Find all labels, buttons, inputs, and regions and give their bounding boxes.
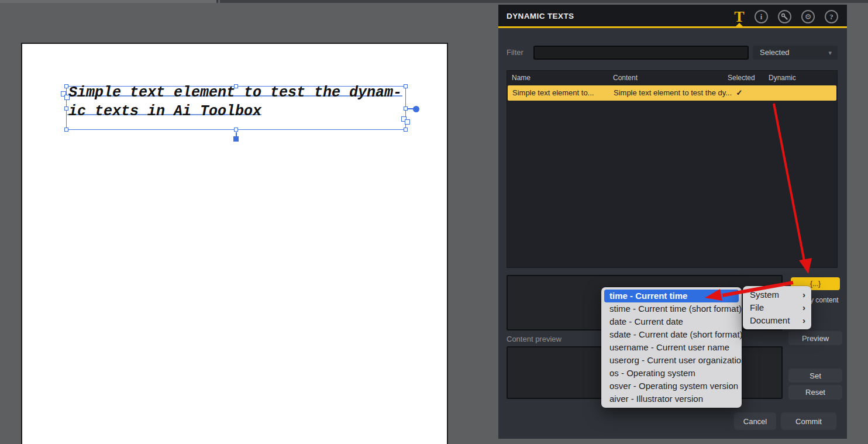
- menu-item-time[interactable]: time - Current time: [604, 290, 739, 302]
- menu-item-sdate[interactable]: sdate - Current date (short format): [601, 328, 742, 341]
- selection-handle-mid-right[interactable]: [404, 106, 408, 111]
- help-icon[interactable]: ?: [825, 10, 838, 23]
- application-window: Simple text element to test the dynam-ic…: [0, 0, 868, 444]
- chevron-right-icon: ›: [802, 288, 805, 301]
- token-menu: time - Current time stime - Current time…: [601, 287, 742, 408]
- chevron-right-icon: ›: [802, 301, 805, 314]
- row-name-cell: Simple text element to...: [512, 85, 594, 101]
- menu-item-os[interactable]: os - Operating system: [601, 367, 742, 380]
- filter-input[interactable]: [533, 46, 749, 60]
- document-tab-strip-left: [0, 0, 218, 3]
- token-category-menu: System › File › Document ›: [743, 286, 811, 329]
- menu-item-document-label: Document: [750, 314, 790, 327]
- text-outport-icon-inner[interactable]: [405, 119, 410, 125]
- bottom-anchor-node[interactable]: [233, 136, 239, 142]
- partially-hidden-content-label: y content: [810, 296, 839, 304]
- info-icon[interactable]: i: [755, 10, 768, 23]
- selection-handle-bottom-right[interactable]: [404, 128, 408, 132]
- filter-label: Filter: [507, 46, 523, 60]
- wrench-icon[interactable]: [778, 10, 791, 23]
- selection-handle-bottom-center[interactable]: [234, 128, 238, 132]
- selection-handle-mid-left[interactable]: [64, 106, 68, 111]
- content-preview-label: Content preview: [507, 335, 562, 343]
- menu-item-date[interactable]: date - Current date: [601, 315, 742, 328]
- selection-handle-top-right[interactable]: [404, 84, 408, 88]
- menu-item-aiver[interactable]: aiver - Illustrator version: [601, 393, 742, 405]
- artboard-text[interactable]: Simple text element to test the dynam-ic…: [68, 84, 402, 121]
- column-header-name[interactable]: Name: [512, 71, 531, 85]
- panel-header: DYNAMIC TEXTS T i ⚙ ?: [498, 5, 847, 28]
- selection-handle-top-left[interactable]: [64, 84, 68, 88]
- menu-item-file[interactable]: File ›: [743, 301, 811, 314]
- text-elements-table: Name Content Selected Dynamic Simple tex…: [507, 70, 838, 268]
- cancel-button[interactable]: Cancel: [734, 412, 776, 430]
- column-header-dynamic[interactable]: Dynamic: [769, 71, 796, 85]
- menu-item-system[interactable]: System ›: [743, 288, 811, 301]
- menu-item-file-label: File: [750, 301, 764, 314]
- selection-handle-top-center[interactable]: [234, 84, 238, 88]
- menu-item-username[interactable]: username - Current user name: [601, 341, 742, 354]
- outport-node[interactable]: [413, 106, 419, 112]
- scope-dropdown-value: Selected: [760, 48, 790, 57]
- active-tab-indicator: [734, 23, 745, 28]
- panel-title: DYNAMIC TEXTS: [507, 5, 574, 28]
- selection-handle-bottom-left[interactable]: [64, 128, 68, 132]
- row-content-cell: Simple text element to test the dy...: [614, 85, 732, 101]
- commit-button[interactable]: Commit: [781, 412, 836, 430]
- table-row[interactable]: Simple text element to... Simple text el…: [508, 85, 836, 101]
- text-inport-icon-inner[interactable]: [64, 95, 70, 100]
- menu-item-document[interactable]: Document ›: [743, 314, 811, 327]
- menu-item-osver[interactable]: osver - Operating system version: [601, 380, 742, 393]
- preview-button[interactable]: Preview: [788, 331, 842, 345]
- menu-item-system-label: System: [750, 288, 779, 301]
- artboard-text-line2: ic texts in Ai Toolbox: [68, 102, 402, 121]
- chevron-right-icon: ›: [802, 314, 805, 327]
- column-header-selected[interactable]: Selected: [728, 71, 755, 85]
- column-header-content[interactable]: Content: [613, 71, 638, 85]
- row-selected-check-icon: ✓: [732, 85, 746, 101]
- gear-icon[interactable]: ⚙: [801, 10, 815, 23]
- chevron-down-icon: ▾: [828, 46, 832, 60]
- set-button[interactable]: Set: [788, 369, 842, 383]
- scope-dropdown[interactable]: Selected ▾: [753, 46, 838, 60]
- menu-item-userorg[interactable]: userorg - Current user organization: [601, 354, 742, 367]
- reset-button[interactable]: Reset: [788, 385, 842, 400]
- document-tab-strip-right: [220, 0, 868, 3]
- menu-item-stime[interactable]: stime - Current time (short format): [601, 302, 742, 315]
